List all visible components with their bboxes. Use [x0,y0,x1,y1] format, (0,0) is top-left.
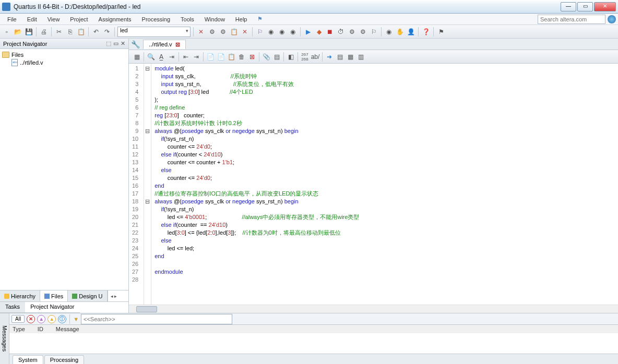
project-combo[interactable]: led [117,27,191,37]
tool-icon[interactable]: ◉ [266,27,276,37]
tool-icon[interactable]: ◉ [288,27,298,37]
message-search-input[interactable] [81,314,232,324]
dock-icon[interactable]: ▭ [113,40,118,47]
ed-tool-icon[interactable]: ▥ [356,52,365,62]
ed-tool-icon[interactable]: ▦ [346,52,355,62]
fold-gutter[interactable]: ⊟ ⊟ ⊟ [144,64,151,305]
tool-icon[interactable]: ✕ [196,27,206,37]
ed-tool-icon[interactable]: 📋 [227,52,236,62]
tool-icon[interactable]: ⚐ [369,27,378,37]
pin-icon[interactable]: ⬚ [106,40,111,47]
globe-icon[interactable] [608,15,616,23]
close-button[interactable]: ✕ [594,2,616,11]
indent-icon[interactable]: ⇥ [192,52,201,62]
menu-tools[interactable]: Tools [175,15,199,23]
tool-icon[interactable]: 📋 [229,27,239,37]
help-icon[interactable]: ❓ [421,27,431,37]
tool-icon[interactable]: ⚙ [218,27,228,37]
horizontal-scrollbar[interactable] [129,305,618,313]
menu-project[interactable]: Project [65,15,93,23]
tool-icon[interactable]: ⚙ [207,27,217,37]
msg-filter-all[interactable]: All [11,315,25,323]
close-panel-icon[interactable]: ✕ [121,40,125,47]
paste-icon[interactable]: 📋 [76,27,86,37]
messages-side-label[interactable]: Messages [0,313,9,364]
editor-tab[interactable]: ../rtl/led.v ⊠ [143,40,186,49]
ed-tool-icon[interactable]: 📎 [262,52,271,62]
line-number-icon[interactable]: 267268 [300,52,310,62]
play-icon[interactable]: ▶ [303,27,313,37]
close-tab-icon[interactable]: ⊠ [175,41,180,48]
tool-icon[interactable]: ⚐ [255,27,265,37]
extra-menu-icon[interactable]: ⚑ [252,15,268,23]
copy-icon[interactable]: ⎘ [65,27,75,37]
info-filter-icon[interactable]: ⓘ [58,315,66,323]
file-tree[interactable]: Files ../rtl/led.v [0,49,128,290]
tool-icon[interactable]: ⚑ [436,27,446,37]
nav-tab-scroll[interactable]: ◂ ▸ [108,290,120,301]
tree-file[interactable]: ../rtl/led.v [2,58,126,67]
print-icon[interactable]: 🖨 [39,27,49,37]
tab-files[interactable]: Files [40,290,68,301]
menu-processing[interactable]: Processing [137,15,175,23]
tool-icon[interactable]: ◉ [384,27,394,37]
tree-root[interactable]: Files [2,51,126,58]
tool-icon[interactable]: ✕ [240,27,249,37]
open-icon[interactable]: 📂 [13,27,22,37]
find-icon[interactable]: 🔍 [146,52,156,62]
outdent-icon[interactable]: ⇤ [181,52,191,62]
tool-icon[interactable]: ◆ [314,27,324,37]
left-tab-tasks[interactable]: Tasks [0,302,25,313]
app-icon [2,3,10,11]
warning-filter-icon[interactable]: ▲ [47,315,56,323]
menu-edit[interactable]: Edit [22,15,42,23]
tool-icon[interactable]: ⚙ [347,27,356,37]
tool-icon[interactable]: ◉ [277,27,287,37]
menu-help[interactable]: Help [230,15,253,23]
ed-tool-icon[interactable]: ⊠ [247,52,257,62]
tool-icon[interactable]: 👤 [406,27,415,37]
new-icon[interactable]: ▫ [2,27,11,37]
menu-assignments[interactable]: Assignments [93,15,137,23]
maximize-button[interactable]: ▭ [577,2,593,11]
tool-icon[interactable]: ⏱ [336,27,346,37]
stop-icon[interactable]: ⏹ [325,27,335,37]
tool-icon[interactable]: ⚙ [358,27,367,37]
msg-tab-processing[interactable]: Processing [44,355,84,364]
tab-design[interactable]: Design U [68,290,107,301]
ed-tool-icon[interactable]: ◧ [286,52,295,62]
tab-hierarchy[interactable]: Hierarchy [0,290,40,301]
code-editor[interactable]: 1234567891011121314151617181920212223242… [129,64,618,305]
message-list[interactable] [9,333,618,354]
scrollbar-thumb[interactable] [136,306,157,312]
device-icon[interactable]: 🔧 [131,40,140,48]
ed-tool-icon[interactable]: 📄 [216,52,225,62]
search-input[interactable] [538,15,605,24]
ed-tool-icon[interactable]: ▤ [272,52,281,62]
ed-tool-icon[interactable]: ⇥ [167,52,176,62]
filter-icon[interactable]: ▼ [73,316,79,322]
minimize-button[interactable]: — [561,2,576,11]
code-content[interactable]: module led( input sys_clk, //系统时钟 input … [151,64,362,305]
ed-tool-icon[interactable]: ▦ [132,52,141,62]
redo-icon[interactable]: ↷ [102,27,112,37]
ed-tool-icon[interactable]: A̲ [157,52,166,62]
error-filter-icon[interactable]: ✕ [27,315,35,323]
save-icon[interactable]: 💾 [24,27,33,37]
critical-filter-icon[interactable]: ▲ [37,315,45,323]
msg-tab-system[interactable]: System [13,355,43,364]
menu-window[interactable]: Window [199,15,230,23]
menu-view[interactable]: View [42,15,65,23]
ed-tool-icon[interactable]: 📄 [206,52,215,62]
ed-tool-icon[interactable]: ➜ [325,52,334,62]
ed-tool-icon[interactable]: ▤ [335,52,344,62]
undo-icon[interactable]: ↶ [91,27,101,37]
design-icon [72,294,77,299]
tool-icon[interactable]: ✋ [395,27,405,37]
left-tab-navigator[interactable]: Project Navigator [25,302,79,313]
ed-tool-icon[interactable]: ab/ [311,52,320,62]
menu-file[interactable]: File [2,15,22,23]
cut-icon[interactable]: ✂ [54,27,64,37]
ed-tool-icon[interactable]: 🗑 [237,52,246,62]
files-icon [44,294,50,299]
